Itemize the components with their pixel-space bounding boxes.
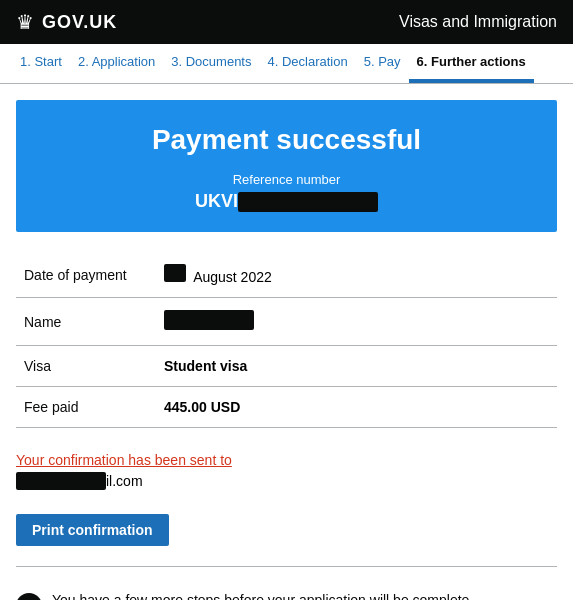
- gov-uk-label: GOV.UK: [42, 12, 117, 33]
- tab-start[interactable]: 1. Start: [12, 44, 70, 83]
- payment-success-title: Payment successful: [36, 124, 537, 156]
- confirmation-email-section: Your confirmation has been sent to il.co…: [16, 444, 557, 498]
- site-title: Visas and Immigration: [399, 13, 557, 31]
- date-label: Date of payment: [16, 252, 156, 298]
- reference-redacted: [238, 192, 378, 212]
- table-row: Date of payment August 2022: [16, 252, 557, 298]
- fee-value: 445.00 USD: [156, 387, 557, 428]
- date-value: August 2022: [156, 252, 557, 298]
- reference-label: Reference number: [36, 172, 537, 187]
- warning-text: You have a few more steps before your ap…: [52, 591, 473, 600]
- crown-icon: ♛: [16, 10, 34, 34]
- email-address: il.com: [16, 472, 557, 490]
- name-value: [156, 298, 557, 346]
- table-row: Fee paid 445.00 USD: [16, 387, 557, 428]
- payment-success-banner: Payment successful Reference number UKVI: [16, 100, 557, 232]
- tab-application[interactable]: 2. Application: [70, 44, 163, 83]
- payment-details-table: Date of payment August 2022 Name Visa St…: [16, 252, 557, 428]
- date-month-year: August 2022: [193, 269, 272, 285]
- main-content: Payment successful Reference number UKVI…: [0, 84, 573, 600]
- gov-logo: ♛ GOV.UK: [16, 10, 117, 34]
- visa-value: Student visa: [156, 346, 557, 387]
- tab-further-actions[interactable]: 6. Further actions: [409, 44, 534, 83]
- site-header: ♛ GOV.UK Visas and Immigration: [0, 0, 573, 44]
- table-row: Visa Student visa: [16, 346, 557, 387]
- email-redacted: [16, 472, 106, 490]
- name-redacted: [164, 310, 254, 330]
- table-row: Name: [16, 298, 557, 346]
- email-suffix: il.com: [106, 473, 143, 489]
- tab-documents[interactable]: 3. Documents: [163, 44, 259, 83]
- warning-icon: !: [16, 593, 42, 600]
- reference-number: UKVI: [36, 191, 537, 212]
- reference-prefix: UKVI: [195, 191, 238, 212]
- tab-pay[interactable]: 5. Pay: [356, 44, 409, 83]
- step-navigation: 1. Start 2. Application 3. Documents 4. …: [0, 44, 573, 84]
- name-label: Name: [16, 298, 156, 346]
- print-confirmation-button[interactable]: Print confirmation: [16, 514, 169, 546]
- warning-box: ! You have a few more steps before your …: [16, 583, 557, 600]
- date-redacted: [164, 264, 186, 282]
- visa-label: Visa: [16, 346, 156, 387]
- fee-label: Fee paid: [16, 387, 156, 428]
- tab-declaration[interactable]: 4. Declaration: [259, 44, 355, 83]
- confirmation-sent-text: Your confirmation has been sent to: [16, 452, 557, 468]
- section-divider: [16, 566, 557, 567]
